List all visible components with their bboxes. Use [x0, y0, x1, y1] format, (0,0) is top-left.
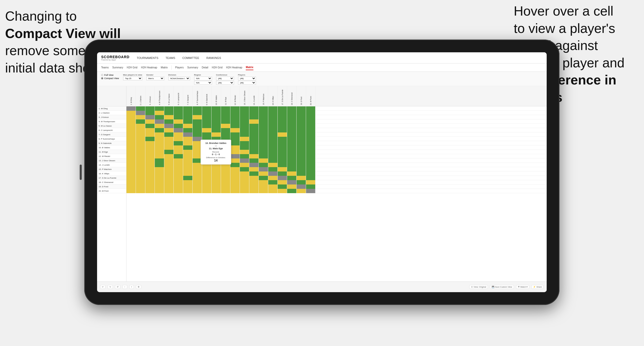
grid-cell[interactable]	[230, 141, 240, 145]
grid-cell[interactable]	[202, 111, 212, 115]
grid-cell[interactable]	[164, 124, 174, 128]
grid-cell[interactable]	[297, 106, 306, 111]
grid-cell[interactable]	[145, 124, 155, 128]
grid-cell[interactable]	[278, 119, 287, 124]
grid-cell[interactable]	[164, 111, 174, 115]
grid-cell[interactable]	[278, 176, 287, 180]
grid-cell[interactable]	[126, 176, 136, 180]
grid-cell[interactable]	[259, 106, 268, 111]
grid-cell[interactable]	[164, 154, 174, 158]
grid-cell[interactable]	[136, 158, 145, 163]
grid-cell[interactable]	[249, 180, 259, 184]
grid-cell[interactable]	[212, 184, 221, 189]
grid-cell[interactable]	[297, 137, 306, 141]
grid-cell[interactable]	[230, 115, 240, 119]
grid-cell[interactable]	[287, 128, 297, 132]
grid-cell[interactable]	[278, 167, 287, 171]
grid-cell[interactable]	[221, 111, 230, 115]
tablet-side-button[interactable]	[80, 165, 82, 180]
grid-cell[interactable]	[268, 137, 278, 141]
grid-cell[interactable]	[155, 184, 164, 189]
grid-cell[interactable]	[183, 171, 193, 176]
grid-cell[interactable]	[126, 180, 136, 184]
grid-cell[interactable]	[212, 106, 221, 111]
grid-cell[interactable]	[306, 184, 315, 189]
grid-cell[interactable]	[240, 180, 249, 184]
grid-cell[interactable]	[306, 119, 315, 124]
grid-cell[interactable]	[297, 111, 306, 115]
toolbar-zoom-in[interactable]: +	[129, 285, 134, 289]
grid-cell[interactable]	[155, 106, 164, 111]
grid-cell[interactable]	[145, 115, 155, 119]
grid-cell[interactable]	[212, 111, 221, 115]
grid-cell[interactable]	[174, 171, 183, 176]
grid-cell[interactable]	[164, 137, 174, 141]
grid-cell[interactable]	[136, 119, 145, 124]
grid-cell[interactable]	[268, 141, 278, 145]
grid-cell[interactable]	[164, 119, 174, 124]
grid-cell[interactable]	[221, 176, 230, 180]
grid-cell[interactable]	[164, 141, 174, 145]
grid-cell[interactable]	[287, 141, 297, 145]
grid-cell[interactable]	[155, 132, 164, 137]
grid-cell[interactable]	[202, 167, 212, 171]
grid-cell[interactable]	[136, 150, 145, 154]
grid-cell[interactable]	[183, 141, 193, 145]
tab-h2h-heatmap-1[interactable]: H2H Heatmap	[141, 65, 157, 70]
grid-cell[interactable]	[240, 141, 249, 145]
grid-cell[interactable]	[183, 115, 193, 119]
grid-cell[interactable]	[126, 141, 136, 145]
tab-players[interactable]: Players	[175, 65, 184, 70]
grid-cell[interactable]	[306, 132, 315, 137]
grid-cell[interactable]	[240, 154, 249, 158]
grid-cell[interactable]	[297, 145, 306, 150]
grid-cell[interactable]	[240, 167, 249, 171]
grid-cell[interactable]	[249, 137, 259, 141]
grid-cell[interactable]	[155, 176, 164, 180]
grid-cell[interactable]	[183, 137, 193, 141]
grid-cell[interactable]	[259, 158, 268, 163]
grid-cell[interactable]	[230, 163, 240, 167]
grid-cell[interactable]	[221, 124, 230, 128]
grid-cell[interactable]	[230, 184, 240, 189]
grid-cell[interactable]	[249, 150, 259, 154]
grid-cell[interactable]	[126, 119, 136, 124]
grid-cell[interactable]	[145, 171, 155, 176]
grid-cell[interactable]	[268, 189, 278, 193]
grid-cell[interactable]	[249, 176, 259, 180]
grid-cell[interactable]	[155, 145, 164, 150]
grid-cell[interactable]	[183, 154, 193, 158]
grid-cell[interactable]	[278, 145, 287, 150]
grid-cell[interactable]	[287, 167, 297, 171]
grid-cell[interactable]	[202, 124, 212, 128]
grid-cell[interactable]	[126, 189, 136, 193]
grid-cell[interactable]	[278, 115, 287, 119]
grid-cell[interactable]	[259, 189, 268, 193]
grid-cell[interactable]	[164, 171, 174, 176]
grid-cell[interactable]	[221, 115, 230, 119]
tab-matrix-active[interactable]: Matrix	[246, 65, 253, 70]
grid-cell[interactable]	[136, 132, 145, 137]
grid-cell[interactable]	[249, 111, 259, 115]
grid-cell[interactable]	[221, 167, 230, 171]
grid-cell[interactable]	[278, 111, 287, 115]
grid-cell[interactable]	[249, 132, 259, 137]
grid-cell[interactable]	[259, 180, 268, 184]
grid-cell[interactable]	[136, 171, 145, 176]
grid-cell[interactable]	[287, 180, 297, 184]
grid-cell[interactable]	[202, 128, 212, 132]
grid-cell[interactable]	[249, 145, 259, 150]
grid-cell[interactable]	[212, 119, 221, 124]
grid-cell[interactable]	[126, 106, 136, 111]
nav-teams[interactable]: TEAMS	[165, 56, 176, 60]
grid-cell[interactable]	[136, 167, 145, 171]
grid-cell[interactable]	[306, 115, 315, 119]
grid-cell[interactable]	[126, 137, 136, 141]
tab-detail[interactable]: Detail	[202, 65, 208, 70]
nav-tournaments[interactable]: TOURNAMENTS	[136, 56, 159, 60]
grid-cell[interactable]	[193, 111, 202, 115]
grid-cell[interactable]	[183, 176, 193, 180]
grid-cell[interactable]	[193, 115, 202, 119]
grid-cell[interactable]	[249, 141, 259, 145]
grid-cell[interactable]	[297, 189, 306, 193]
